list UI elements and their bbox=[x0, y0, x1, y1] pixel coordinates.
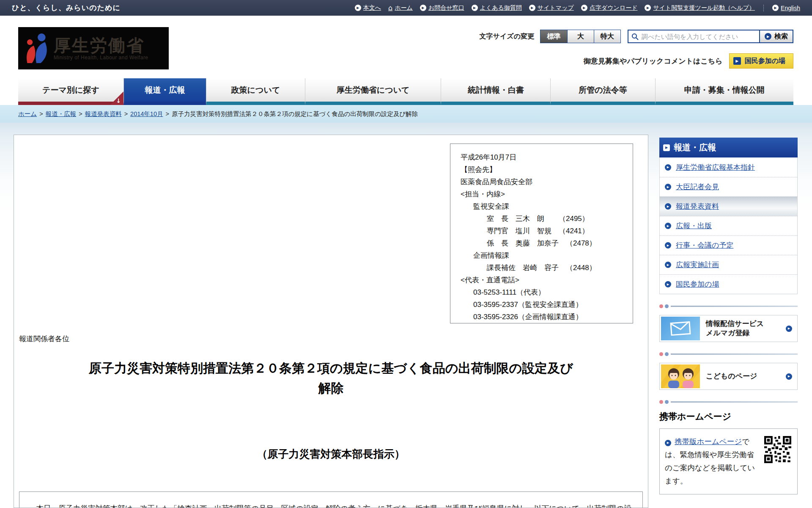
divider bbox=[659, 352, 798, 356]
logo-title: 厚生労働省 bbox=[54, 36, 148, 55]
divider bbox=[659, 304, 798, 308]
chevron-down-icon: ↓ bbox=[110, 91, 123, 105]
sidebar-header-press: ▶ 報道・広報 bbox=[659, 138, 798, 157]
sidebar-item-minister-press-conference[interactable]: ▶大臣記者会見 bbox=[660, 177, 797, 196]
mhlw-logo-mark-icon bbox=[23, 33, 49, 64]
home-icon: ⌂ bbox=[388, 4, 392, 12]
arrow-circle-icon: ▶ bbox=[665, 281, 671, 287]
arrow-circle-icon: ▶ bbox=[665, 440, 671, 446]
main-area: 平成26年10月7日 【照会先】 医薬食品局食品安全部 <担当・内線> 監視安全… bbox=[0, 123, 812, 508]
sidebar-item-public-participation[interactable]: ▶国民参加の場 bbox=[660, 274, 797, 294]
arrow-circle-icon: ▶ bbox=[472, 5, 478, 11]
mobile-homepage-link[interactable]: 携帯版ホームページ bbox=[675, 437, 742, 446]
arrow-circle-icon: ▶ bbox=[665, 223, 671, 229]
public-participation-button[interactable]: ▶ 国民参加の場 bbox=[729, 53, 793, 69]
font-size-large-button[interactable]: 大 bbox=[567, 30, 594, 43]
envelope-icon bbox=[661, 317, 700, 340]
mhlw-logo[interactable]: 厚生労働省 Ministry of Health, Labour and Wel… bbox=[18, 27, 169, 69]
arrow-circle-icon: ▶ bbox=[786, 326, 792, 332]
arrow-square-icon: ▶ bbox=[663, 144, 670, 151]
global-navigation: テーマ別に探す ↓ 報道・広報 政策について 厚生労働省について 統計情報・白書… bbox=[0, 78, 812, 105]
arrow-circle-icon: ▶ bbox=[420, 5, 426, 11]
sidebar-item-pr-policy[interactable]: ▶厚生労働省広報基本指針 bbox=[660, 157, 797, 177]
addressee: 報道関係者各位 bbox=[19, 334, 69, 344]
mobile-homepage-box: ▶携帯版ホームページでは、緊急情報や厚生労働省のご案内などを掲載しています。 bbox=[659, 428, 798, 494]
top-link-home[interactable]: ⌂ホーム bbox=[388, 4, 413, 12]
site-header: 厚生労働省 Ministry of Health, Labour and Wel… bbox=[0, 16, 812, 78]
sidebar-item-pr-plan[interactable]: ▶広報実施計画 bbox=[660, 255, 797, 274]
top-link-braille[interactable]: ▶点字ダウンロード bbox=[581, 4, 638, 12]
top-link-sitemap[interactable]: ▶サイトマップ bbox=[529, 4, 574, 12]
arrow-circle-icon: ▶ bbox=[772, 5, 779, 11]
mobile-homepage-heading: 携帯ホームページ bbox=[659, 411, 798, 422]
contact-info-box: 平成26年10月7日 【照会先】 医薬食品局食品安全部 <担当・内線> 監視安全… bbox=[450, 144, 633, 323]
public-comment-row: 御意見募集やパブリックコメントはこちら ▶ 国民参加の場 bbox=[584, 53, 793, 69]
release-body-box: 本日、原子力災害対策本部は、改正した「検査計画、出荷制限等の品目・区域の設定・解… bbox=[19, 491, 643, 508]
nav-tab-themes[interactable]: テーマ別に探す ↓ bbox=[18, 78, 123, 105]
top-link-faq[interactable]: ▶よくある御質問 bbox=[472, 4, 522, 12]
breadcrumb-press-releases[interactable]: 報道発表資料 bbox=[85, 110, 122, 118]
font-size-buttons: 標準 大 特大 bbox=[540, 30, 621, 43]
breadcrumb: ホーム > 報道・広報 > 報道発表資料 > 2014年10月 > 原子力災害対… bbox=[0, 105, 812, 123]
nav-tab-press[interactable]: 報道・広報 bbox=[123, 78, 206, 105]
arrow-circle-icon: ▶ bbox=[581, 5, 587, 11]
font-size-standard-button[interactable]: 標準 bbox=[540, 30, 567, 43]
page-title: 原子力災害対策特別措置法第２０条第２項の規定に基づく食品の出荷制限の設定及び解除 bbox=[14, 358, 648, 398]
release-date: 平成26年10月7日 bbox=[461, 151, 630, 163]
logo-subtitle: Ministry of Health, Labour and Welfare bbox=[54, 55, 148, 61]
arrow-circle-icon: ▶ bbox=[645, 5, 651, 11]
arrow-circle-icon: ▶ bbox=[529, 5, 535, 11]
arrow-circle-icon: ▶ bbox=[665, 203, 671, 210]
nav-tab-policy[interactable]: 政策について bbox=[206, 78, 305, 105]
kids-banner-label: こどものページ bbox=[700, 372, 786, 381]
sidebar-item-publications[interactable]: ▶広報・出版 bbox=[660, 216, 797, 235]
top-link-main-content[interactable]: ▶本文へ bbox=[355, 4, 381, 12]
top-links: ▶本文へ ⌂ホーム ▶お問合せ窓口 ▶よくある御質問 ▶サイトマップ ▶点字ダウ… bbox=[355, 4, 800, 12]
top-link-accessibility-tool[interactable]: ▶サイト閲覧支援ツール起動（ヘルプ） bbox=[645, 4, 755, 12]
arrow-circle-icon: ▶ bbox=[665, 262, 671, 268]
sidebar-menu: ▶厚生労働省広報基本指針 ▶大臣記者会見 ▶報道発表資料 ▶広報・出版 ▶行事・… bbox=[659, 157, 798, 294]
search-icon bbox=[631, 33, 639, 40]
mailmag-banner[interactable]: 情報配信サービス メルマガ登録 ▶ bbox=[659, 315, 798, 342]
search-input[interactable] bbox=[642, 33, 759, 40]
font-size-label: 文字サイズの変更 bbox=[480, 32, 535, 41]
top-utility-bar: ひと、くらし、みらいのために ▶本文へ ⌂ホーム ▶お問合せ窓口 ▶よくある御質… bbox=[0, 0, 812, 16]
page-subtitle: （原子力災害対策本部長指示） bbox=[14, 447, 648, 461]
font-size-xlarge-button[interactable]: 特大 bbox=[594, 30, 620, 43]
divider bbox=[659, 400, 798, 404]
search-button[interactable]: ▶ 検索 bbox=[759, 30, 793, 42]
arrow-square-icon: ▶ bbox=[733, 57, 741, 65]
breadcrumb-press[interactable]: 報道・広報 bbox=[46, 110, 77, 118]
arrow-circle-icon: ▶ bbox=[665, 184, 671, 190]
sidebar-item-press-releases[interactable]: ▶報道発表資料 bbox=[660, 196, 797, 216]
public-comment-text: 御意見募集やパブリックコメントはこちら bbox=[584, 56, 723, 66]
nav-tab-about-mhlw[interactable]: 厚生労働省について bbox=[305, 78, 441, 105]
sidebar-item-events-schedule[interactable]: ▶行事・会議の予定 bbox=[660, 235, 797, 255]
top-link-contact[interactable]: ▶お問合せ窓口 bbox=[420, 4, 464, 12]
breadcrumb-current-page: 原子力災害対策特別措置法第２０条第２項の規定に基づく食品の出荷制限の設定及び解除 bbox=[172, 110, 418, 118]
breadcrumb-home[interactable]: ホーム bbox=[18, 110, 37, 118]
top-link-english[interactable]: ▶English bbox=[772, 5, 800, 11]
nav-tab-applications[interactable]: 申請・募集・情報公開 bbox=[655, 78, 793, 105]
nav-tab-statistics[interactable]: 統計情報・白書 bbox=[441, 78, 550, 105]
mailmag-banner-label: 情報配信サービス メルマガ登録 bbox=[700, 319, 786, 338]
sidebar: ▶ 報道・広報 ▶厚生労働省広報基本指針 ▶大臣記者会見 ▶報道発表資料 ▶広報… bbox=[659, 138, 798, 494]
site-tagline: ひと、くらし、みらいのために bbox=[12, 3, 121, 13]
divider bbox=[763, 5, 764, 11]
breadcrumb-month[interactable]: 2014年10月 bbox=[130, 110, 163, 118]
press-release-content: 平成26年10月7日 【照会先】 医薬食品局食品安全部 <担当・内線> 監視安全… bbox=[14, 135, 648, 508]
arrow-circle-icon: ▶ bbox=[355, 5, 361, 11]
site-search: ▶ 検索 bbox=[628, 30, 793, 43]
font-size-controls: 文字サイズの変更 標準 大 特大 ▶ 検索 bbox=[480, 30, 794, 43]
kids-page-banner[interactable]: こどものページ ▶ bbox=[659, 363, 798, 390]
arrow-circle-icon: ▶ bbox=[665, 242, 671, 248]
arrow-circle-icon: ▶ bbox=[786, 373, 792, 380]
arrow-circle-icon: ▶ bbox=[765, 33, 771, 40]
arrow-circle-icon: ▶ bbox=[665, 164, 671, 171]
nav-tab-laws[interactable]: 所管の法令等 bbox=[550, 78, 655, 105]
qr-code bbox=[764, 436, 791, 463]
kids-icon bbox=[661, 364, 700, 388]
